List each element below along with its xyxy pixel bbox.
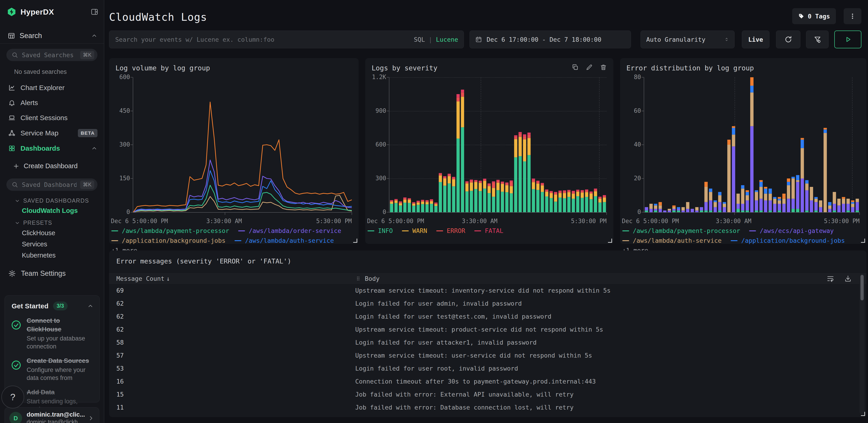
- legend-item[interactable]: ERROR: [436, 227, 465, 234]
- chevron-up-icon[interactable]: [91, 145, 97, 151]
- get-started-step-connect[interactable]: Connect to ClickHouseSet up your databas…: [5, 313, 99, 353]
- lang-divider: |: [429, 36, 432, 43]
- chevron-up-icon[interactable]: [87, 303, 94, 309]
- user-menu[interactable]: D dominic.tran@clic... dominic.tran@clic…: [5, 407, 99, 423]
- create-dashboard-button[interactable]: Create Dashboard: [13, 162, 78, 170]
- help-button[interactable]: ?: [1, 386, 24, 408]
- legend-item[interactable]: /aws/lambda/auth-service: [235, 237, 334, 244]
- app-title: HyperDX: [21, 7, 87, 17]
- drag-handle-icon[interactable]: [355, 276, 361, 281]
- table-row[interactable]: 11Job failed with error: Database connec…: [109, 401, 857, 414]
- x-axis-labels: Dec 6 5:00:00 PM3:30:00 AM5:30:00 PM: [622, 218, 860, 225]
- sidebar-preset-services[interactable]: Services: [22, 241, 47, 248]
- cell-body: Job failed with error: Database connecti…: [355, 404, 574, 411]
- tag-icon: [798, 13, 804, 19]
- sidebar-item-client-sessions[interactable]: Client Sessions: [0, 110, 104, 125]
- table-scrollbar[interactable]: [860, 274, 865, 414]
- scrollbar-thumb[interactable]: [861, 275, 864, 301]
- refresh-icon: [784, 35, 793, 44]
- query-language-toggle[interactable]: SQL | Lucene: [414, 36, 458, 43]
- sidebar-section-search[interactable]: Search: [8, 31, 97, 41]
- sort-desc-icon[interactable]: ↓: [166, 275, 170, 282]
- resize-handle[interactable]: [608, 238, 612, 243]
- legend-label: /application/background-jobs: [741, 237, 845, 244]
- table-row[interactable]: 53Login failed for user root, invalid pa…: [109, 362, 857, 375]
- granularity-select[interactable]: Auto Granularity: [641, 31, 735, 48]
- table-row[interactable]: 15Job failed with error: External API un…: [109, 388, 857, 401]
- resize-handle[interactable]: [861, 238, 865, 243]
- chart-plot[interactable]: 1.2K9006003000: [389, 77, 607, 213]
- event-search-input[interactable]: [115, 36, 410, 43]
- collapse-sidebar-icon[interactable]: [91, 8, 98, 16]
- legend-item[interactable]: /application/background-jobs: [111, 237, 225, 244]
- x-tick: [607, 212, 607, 215]
- x-tick: [734, 212, 735, 215]
- live-button[interactable]: Live: [742, 31, 769, 48]
- presets-section[interactable]: PRESETS: [14, 220, 52, 226]
- lucene-toggle[interactable]: Lucene: [436, 36, 458, 43]
- legend-label: /aws/lambda/payment-processor: [122, 227, 229, 234]
- table-row[interactable]: 58Login failed for user attacker1, inval…: [109, 336, 857, 349]
- sidebar-item-service-map[interactable]: Service Map BETA: [0, 125, 104, 141]
- table-row[interactable]: 62Login failed for user test@test.com, i…: [109, 310, 857, 323]
- duplicate-chart-icon[interactable]: [571, 64, 579, 71]
- beta-badge: BETA: [78, 129, 97, 137]
- legend-item[interactable]: /aws/lambda/order-service: [238, 227, 341, 234]
- table-row[interactable]: 62Upstream service timeout: product-serv…: [109, 323, 857, 336]
- y-tick-label: 300: [368, 175, 386, 181]
- table-row[interactable]: 16Connection timeout after 30s to paymen…: [109, 375, 857, 388]
- chart-plot[interactable]: 6004503001500: [133, 77, 352, 213]
- sidebar-dashboard-cloudwatch-logs[interactable]: CloudWatch Logs: [22, 207, 78, 215]
- sidebar-item-chart-explorer[interactable]: Chart Explorer: [0, 80, 104, 95]
- column-message-count[interactable]: Message Count ↓: [109, 275, 355, 282]
- event-search-bar[interactable]: SQL | Lucene: [109, 31, 464, 48]
- table-row[interactable]: 57Upstream service timeout: user-service…: [109, 349, 857, 362]
- download-icon[interactable]: [844, 275, 852, 282]
- y-tick: [386, 144, 389, 145]
- legend-item[interactable]: FATAL: [474, 227, 503, 234]
- kebab-icon: [849, 13, 856, 20]
- legend-item[interactable]: WARN: [402, 227, 427, 234]
- sidebar-preset-clickhouse[interactable]: ClickHouse: [22, 229, 55, 237]
- sidebar-item-team-settings[interactable]: Team Settings: [8, 270, 66, 278]
- y-tick-label: 0: [368, 208, 386, 215]
- sidebar-item-dashboards[interactable]: Dashboards: [0, 141, 104, 156]
- saved-searches-input[interactable]: [22, 51, 77, 59]
- legend-item[interactable]: /aws/lambda/payment-processor: [111, 227, 229, 234]
- legend-item[interactable]: /aws/ecs/api-gateway: [749, 227, 834, 234]
- cell-body: Login failed for user test@test.com, inv…: [355, 313, 552, 320]
- legend-item[interactable]: INFO: [368, 227, 393, 234]
- chart-plot[interactable]: 806040200: [644, 77, 860, 213]
- get-started-step-sources[interactable]: Create Data SourcesConfigure where your …: [5, 353, 99, 384]
- saved-dashboards-input[interactable]: [22, 181, 77, 189]
- nav-label: Chart Explorer: [21, 84, 97, 92]
- delete-chart-icon[interactable]: [600, 64, 607, 71]
- run-query-button[interactable]: [834, 31, 861, 48]
- edit-chart-icon[interactable]: [586, 64, 593, 71]
- wrap-text-icon[interactable]: [826, 274, 835, 283]
- tags-button[interactable]: 0 Tags: [792, 8, 836, 24]
- dashboard-menu-button[interactable]: [844, 8, 861, 24]
- table-row[interactable]: 69Upstream service timeout: inventory-se…: [109, 284, 857, 297]
- check-circle-icon: [11, 319, 22, 331]
- legend-item[interactable]: /application/background-jobs: [731, 237, 845, 244]
- table-row[interactable]: 62Login failed for user admin, invalid p…: [109, 297, 857, 310]
- filter-button[interactable]: [806, 31, 829, 48]
- saved-dashboards-search[interactable]: ⌘K: [6, 178, 97, 191]
- sidebar-item-alerts[interactable]: Alerts: [0, 95, 104, 110]
- resize-handle[interactable]: [353, 238, 357, 243]
- x-tick: [225, 212, 225, 215]
- chevron-up-icon[interactable]: [91, 33, 97, 39]
- x-tick-label: 5:30:00 PM: [316, 218, 352, 225]
- saved-dashboards-section[interactable]: SAVED DASHBOARDS: [14, 197, 89, 204]
- sidebar-preset-kubernetes[interactable]: Kubernetes: [22, 252, 56, 259]
- sql-toggle[interactable]: SQL: [414, 36, 425, 43]
- legend-item[interactable]: /aws/lambda/auth-service: [622, 237, 721, 244]
- legend-item[interactable]: /aws/lambda/payment-processor: [622, 227, 740, 234]
- section-label: SAVED DASHBOARDS: [23, 197, 89, 204]
- resize-handle[interactable]: [861, 412, 865, 416]
- column-body[interactable]: Body: [355, 275, 379, 282]
- date-range-picker[interactable]: Dec 6 17:00:00 - Dec 7 18:00:00: [469, 31, 631, 48]
- saved-searches-search[interactable]: ⌘K: [6, 49, 97, 61]
- refresh-button[interactable]: [776, 31, 800, 48]
